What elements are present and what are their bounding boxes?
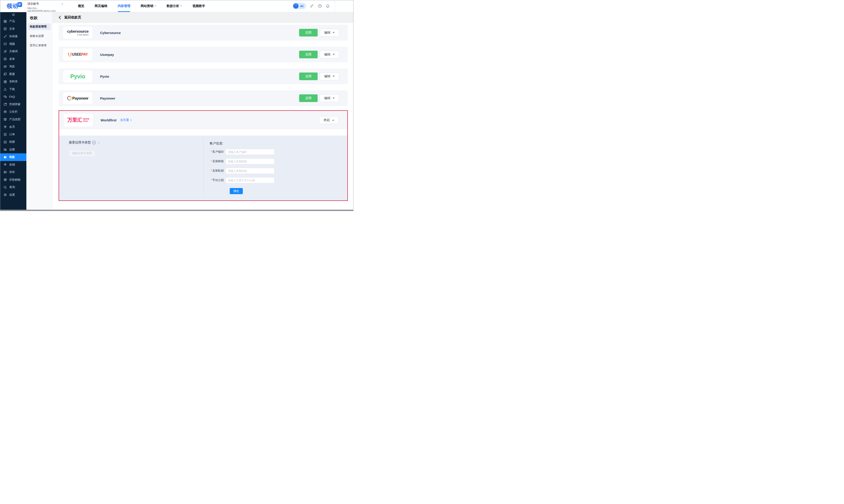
sidebar-item-谷歌购物[interactable]: 谷歌购物 bbox=[0, 176, 27, 184]
sidebar-item-订单[interactable]: 订单 bbox=[0, 131, 27, 139]
edit-dropdown-button[interactable]: 编辑 bbox=[320, 29, 339, 36]
nav-tab-视频教学[interactable]: 视频教学 bbox=[192, 0, 205, 12]
back-bar[interactable]: 返回收款页 bbox=[52, 12, 354, 23]
sidebar-item-资料库[interactable]: 资料库 bbox=[0, 78, 27, 86]
provider-name: Payoneer bbox=[100, 96, 116, 100]
sidebar-item-收款[interactable]: 收款 bbox=[0, 154, 27, 161]
sidebar-item-表单[interactable]: 表单 bbox=[0, 55, 27, 63]
enable-button[interactable]: 启用 bbox=[299, 51, 317, 58]
nav-tab-数据分析[interactable]: 数据分析 bbox=[167, 0, 182, 12]
brand-logo-text: 领动 bbox=[6, 2, 18, 10]
help-icon[interactable]: ? bbox=[92, 141, 96, 144]
sidebar-item-促销[interactable]: 促销 bbox=[0, 161, 27, 169]
sidebar-item-label: 视频 bbox=[9, 42, 15, 46]
subsidebar-item-收款渠道管理[interactable]: 收款渠道管理 bbox=[28, 23, 51, 30]
account-site-url: http://en-site39544006.demo.com bbox=[27, 7, 64, 12]
useepay-logo: UUSEEPAY bbox=[68, 52, 88, 57]
sidebar-item-label: 公告栏 bbox=[9, 110, 18, 114]
sidebar-item-label: 关键词 bbox=[9, 50, 18, 53]
horizontal-scrollbar[interactable] bbox=[0, 210, 354, 211]
caret-up-icon bbox=[332, 119, 334, 121]
sidebar-item-评价[interactable]: 评价 bbox=[0, 168, 27, 176]
provider-name: Pyvio bbox=[100, 74, 109, 78]
sidebar-item-产品选型[interactable]: 产品选型 bbox=[0, 116, 27, 123]
form-field-客户端ID: *客户端ID bbox=[210, 149, 275, 155]
nav-tab-网页编辑[interactable]: 网页编辑 bbox=[95, 0, 107, 12]
ai-assistant-button[interactable]: AI bbox=[293, 3, 306, 9]
order-icon bbox=[3, 133, 7, 136]
enable-button[interactable]: 启用 bbox=[299, 94, 317, 102]
main-nav: 概览网页编辑内容管理网站营销数据分析视频教学 bbox=[78, 0, 205, 12]
edit-card-types-button[interactable]: 编辑信用卡类型 bbox=[69, 150, 95, 157]
activate-link[interactable]: 去开通 bbox=[120, 118, 131, 122]
worldfirst-highlighted-section: 万里汇WorldFirstWorldfirst去开通收起接受信用卡类型?：编辑信… bbox=[58, 110, 348, 201]
edit-dropdown-button[interactable]: 编辑 bbox=[320, 94, 339, 102]
sidebar-item-label: 设置 bbox=[9, 193, 15, 197]
help-icon[interactable] bbox=[318, 4, 322, 8]
sidebar-item-税费[interactable]: 税费 bbox=[0, 138, 27, 146]
link-icon[interactable] bbox=[310, 4, 314, 8]
sidebar-item-设置[interactable]: 设置 bbox=[0, 191, 27, 199]
enable-button[interactable]: 启用 bbox=[299, 29, 317, 36]
field-input-客户端ID[interactable] bbox=[225, 149, 275, 155]
chevron-down-icon bbox=[180, 5, 182, 6]
bind-button[interactable]: 绑定 bbox=[230, 188, 243, 194]
payoneer-logo-card: Payoneer bbox=[63, 92, 92, 104]
ai-robot-icon bbox=[293, 3, 299, 9]
sidebar-item-营销弹窗[interactable]: 营销弹窗 bbox=[0, 101, 27, 108]
field-label: *卖家私钥 bbox=[210, 169, 224, 173]
secondary-sidebar: 收款 收款渠道管理收银台设置货币汇率管理 bbox=[27, 12, 52, 211]
sidebar-item-label: 运费 bbox=[9, 148, 15, 151]
account-switcher[interactable]: 演示账号 http://en-site39544006.demo.com bbox=[25, 0, 65, 12]
nav-tab-概览[interactable]: 概览 bbox=[78, 0, 84, 12]
sidebar-item-label: 表单 bbox=[9, 57, 15, 61]
sidebar-item-文章[interactable]: 文章 bbox=[0, 25, 27, 33]
required-asterisk: * bbox=[211, 179, 212, 182]
subsidebar-item-货币汇率管理[interactable]: 货币汇率管理 bbox=[28, 42, 51, 49]
sidebar-item-关键词[interactable]: 关键词 bbox=[0, 48, 27, 55]
sidebar-item-图册[interactable]: 图册 bbox=[0, 71, 27, 78]
caret-down-icon bbox=[332, 32, 335, 33]
sidebar-item-下载[interactable]: 下载 bbox=[0, 86, 27, 93]
sidebar-item-公告栏[interactable]: 公告栏 bbox=[0, 108, 27, 116]
form-field-平台公钥: *平台公钥 bbox=[210, 177, 275, 183]
tax-icon bbox=[3, 140, 7, 144]
promo-icon bbox=[3, 163, 7, 166]
useepay-logo-card: UUSEEPAY bbox=[63, 49, 92, 60]
sidebar-item-label: 促销 bbox=[9, 163, 15, 167]
nav-tab-内容管理[interactable]: 内容管理 bbox=[118, 0, 130, 12]
sidebar-item-运费[interactable]: 运费 bbox=[0, 146, 27, 154]
sidebar-item-询盘[interactable]: 询盘 bbox=[0, 63, 27, 71]
field-label: *客户端ID bbox=[210, 150, 224, 154]
collapse-menu-icon[interactable] bbox=[0, 12, 27, 18]
edit-dropdown-button[interactable]: 编辑 bbox=[320, 51, 339, 58]
field-input-卖家邮箱[interactable] bbox=[225, 158, 275, 164]
member-icon bbox=[3, 125, 7, 129]
caret-down-icon bbox=[332, 97, 335, 99]
field-input-平台公钥[interactable] bbox=[225, 177, 275, 183]
sidebar-item-会员[interactable]: 会员 bbox=[0, 123, 27, 131]
subsidebar-item-收银台设置[interactable]: 收银台设置 bbox=[28, 33, 51, 39]
inquiry-icon bbox=[3, 65, 7, 69]
provider-name: Cybersource bbox=[100, 31, 121, 35]
card-type-column: 接受信用卡类型?：编辑信用卡类型 bbox=[59, 136, 203, 200]
account-name: 演示账号 bbox=[27, 2, 64, 6]
enable-button[interactable]: 启用 bbox=[299, 73, 317, 80]
sidebar-item-FAQ[interactable]: FAQ bbox=[0, 93, 27, 101]
field-input-卖家私钥[interactable] bbox=[225, 168, 275, 174]
gallery-icon bbox=[3, 72, 7, 76]
sidebar-item-视频[interactable]: 视频 bbox=[0, 40, 27, 48]
collapse-button[interactable]: 收起 bbox=[319, 116, 339, 124]
bell-icon[interactable] bbox=[326, 4, 330, 8]
sidebar-item-产品[interactable]: 产品 bbox=[0, 18, 27, 25]
edit-dropdown-button[interactable]: 编辑 bbox=[320, 73, 339, 80]
provider-actions: 启用编辑 bbox=[299, 94, 339, 102]
brand-logo[interactable]: 领动 AI bbox=[0, 0, 25, 12]
sidebar-item-label: 下载 bbox=[9, 87, 15, 91]
sidebar-item-查询[interactable]: 查询 bbox=[0, 183, 27, 191]
nav-tab-网站营销[interactable]: 网站营销 bbox=[141, 0, 156, 12]
provider-actions: 收起 bbox=[319, 116, 339, 124]
sidebar-item-短链接[interactable]: 短链接 bbox=[0, 33, 27, 40]
card-type-colon: ： bbox=[97, 141, 100, 145]
payoneer-ring-icon bbox=[67, 96, 72, 101]
